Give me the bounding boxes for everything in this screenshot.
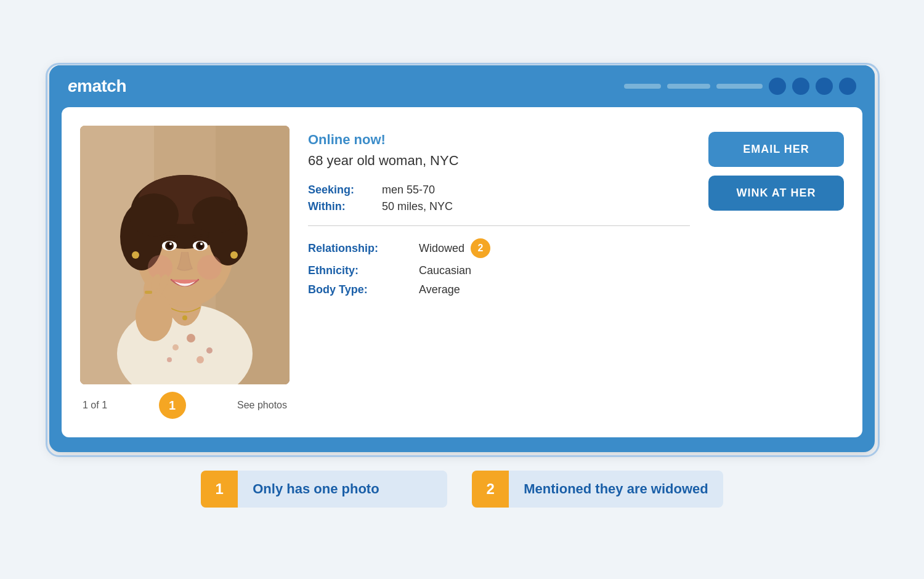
browser-controls xyxy=(624,78,856,95)
address-bar-3 xyxy=(716,84,763,89)
svg-point-5 xyxy=(172,344,179,350)
svg-point-29 xyxy=(132,251,139,259)
online-status: Online now! xyxy=(308,132,690,148)
annotation-1-badge: 1 xyxy=(201,471,238,508)
photo-count: 1 of 1 xyxy=(83,400,107,411)
seeking-row: Seeking: men 55-70 xyxy=(308,184,690,196)
browser-dot-4[interactable] xyxy=(839,78,856,95)
address-bar-1 xyxy=(624,84,661,89)
annotation-1: 1 Only has one photo xyxy=(201,471,447,508)
profile-photo xyxy=(80,126,290,384)
svg-point-30 xyxy=(230,251,238,259)
section-divider xyxy=(308,225,690,226)
content-area: 1 of 1 1 See photos Online now! 68 year … xyxy=(62,107,862,437)
address-bar-2 xyxy=(667,84,710,89)
photo-footer: 1 of 1 1 See photos xyxy=(80,392,290,419)
seeking-label: Seeking: xyxy=(308,184,370,196)
svg-point-31 xyxy=(136,292,172,341)
browser-dot-3[interactable] xyxy=(816,78,833,95)
photo-section: 1 of 1 1 See photos xyxy=(80,126,290,419)
outer-wrapper: ematch xyxy=(49,65,875,514)
ethnicity-row: Ethnicity: Caucasian xyxy=(308,264,690,277)
annotation-1-text: Only has one photo xyxy=(238,471,394,507)
portrait-svg xyxy=(80,126,290,384)
browser-dot-1[interactable] xyxy=(769,78,786,95)
see-photos-link[interactable]: See photos xyxy=(237,400,287,411)
svg-rect-32 xyxy=(145,291,152,294)
svg-point-11 xyxy=(182,315,187,320)
within-value: 50 miles, NYC xyxy=(382,200,453,213)
svg-point-7 xyxy=(206,347,213,354)
relationship-row: Relationship: Widowed 2 xyxy=(308,238,690,258)
svg-point-27 xyxy=(148,255,172,280)
email-her-button[interactable]: EMAIL HER xyxy=(708,132,844,167)
annotation-2: 2 Mentioned they are widowed xyxy=(472,471,723,508)
profile-tagline: 68 year old woman, NYC xyxy=(308,153,690,169)
svg-point-22 xyxy=(169,243,172,245)
app-logo: ematch xyxy=(68,76,126,96)
relationship-value: Widowed 2 xyxy=(419,238,490,258)
ethnicity-label: Ethnicity: xyxy=(308,264,407,277)
within-label: Within: xyxy=(308,200,370,213)
ethnicity-value: Caucasian xyxy=(419,264,471,277)
seeking-value: men 55-70 xyxy=(382,184,435,196)
body-type-row: Body Type: Average xyxy=(308,283,690,296)
annotations-section: 1 Only has one photo 2 Mentioned they ar… xyxy=(49,452,875,514)
svg-point-26 xyxy=(200,243,203,245)
within-row: Within: 50 miles, NYC xyxy=(308,200,690,213)
svg-point-8 xyxy=(167,357,172,362)
relationship-badge: 2 xyxy=(471,238,490,258)
wink-at-her-button[interactable]: WINK AT HER xyxy=(708,176,844,211)
browser-frame: ematch xyxy=(49,65,875,452)
body-type-label: Body Type: xyxy=(308,283,407,296)
relationship-label: Relationship: xyxy=(308,242,407,255)
svg-point-9 xyxy=(197,356,204,363)
action-buttons: EMAIL HER WINK AT HER xyxy=(708,126,844,419)
annotation-2-text: Mentioned they are widowed xyxy=(509,471,723,507)
logo-e: e xyxy=(68,76,77,95)
photo-badge[interactable]: 1 xyxy=(159,392,186,419)
body-type-value: Average xyxy=(419,283,460,296)
browser-header: ematch xyxy=(49,65,875,107)
browser-dot-2[interactable] xyxy=(792,78,809,95)
annotation-2-badge: 2 xyxy=(472,471,509,508)
svg-point-28 xyxy=(197,255,222,280)
svg-point-18 xyxy=(192,196,239,233)
profile-info: Online now! 68 year old woman, NYC Seeki… xyxy=(308,126,690,419)
svg-point-6 xyxy=(187,334,195,342)
svg-point-17 xyxy=(129,193,179,237)
